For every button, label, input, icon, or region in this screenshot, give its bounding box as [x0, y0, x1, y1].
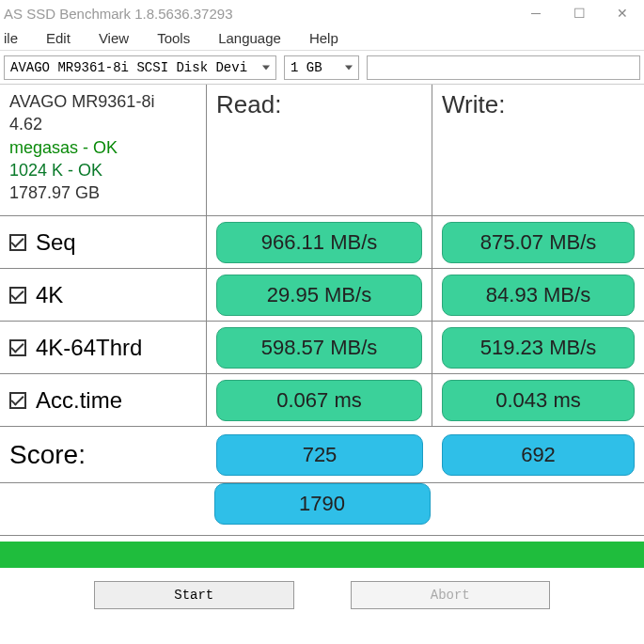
- acc-label: Acc.time: [36, 387, 122, 414]
- 4k-read-value: 29.95 MB/s: [216, 275, 422, 316]
- write-header: Write:: [432, 85, 644, 215]
- device-select-value: AVAGO MR9361-8i SCSI Disk Devi: [10, 60, 247, 75]
- button-bar: Start Abort: [0, 581, 644, 609]
- acc-row: Acc.time 0.067 ms 0.043 ms: [0, 374, 644, 427]
- window-title: AS SSD Benchmark 1.8.5636.37293: [4, 6, 233, 22]
- size-select[interactable]: 1 GB: [284, 55, 359, 80]
- alignment-status: 1024 K - OK: [9, 159, 102, 181]
- 4k64-write-value: 519.23 MB/s: [442, 327, 635, 369]
- total-row: 1790: [0, 483, 644, 536]
- driver-status: megasas - OK: [9, 136, 118, 159]
- 4k-write-value: 84.93 MB/s: [442, 275, 635, 316]
- seq-write-value: 875.07 MB/s: [442, 222, 635, 263]
- header-row: AVAGO MR9361-8i 4.62 megasas - OK 1024 K…: [0, 85, 644, 216]
- toolbar: AVAGO MR9361-8i SCSI Disk Devi 1 GB: [0, 51, 644, 85]
- seq-read-value: 966.11 MB/s: [216, 222, 422, 263]
- start-button[interactable]: Start: [94, 581, 294, 609]
- menu-file[interactable]: ile: [4, 30, 18, 46]
- score-label: Score:: [0, 427, 207, 482]
- device-info: AVAGO MR9361-8i 4.62 megasas - OK 1024 K…: [0, 85, 207, 215]
- results-grid: AVAGO MR9361-8i 4.62 megasas - OK 1024 K…: [0, 85, 644, 536]
- device-name: AVAGO MR9361-8i: [9, 90, 154, 113]
- acc-checkbox[interactable]: [9, 392, 26, 409]
- device-capacity: 1787.97 GB: [9, 181, 100, 204]
- 4k64-checkbox[interactable]: [9, 339, 26, 356]
- menu-language[interactable]: Language: [218, 30, 281, 46]
- score-total-value: 1790: [214, 483, 431, 525]
- seq-row: Seq 966.11 MB/s 875.07 MB/s: [0, 216, 644, 269]
- seq-label: Seq: [36, 229, 76, 256]
- 4k-label: 4K: [36, 282, 63, 308]
- menu-view[interactable]: View: [99, 30, 129, 46]
- score-row: Score: 725 692: [0, 427, 644, 483]
- toolbar-textbox[interactable]: [367, 55, 640, 80]
- menu-edit[interactable]: Edit: [46, 30, 71, 46]
- progress-bar: [0, 542, 644, 568]
- 4k-checkbox[interactable]: [9, 287, 26, 304]
- menubar: ile Edit View Tools Language Help: [0, 26, 644, 51]
- device-select[interactable]: AVAGO MR9361-8i SCSI Disk Devi: [4, 55, 276, 80]
- 4k64-read-value: 598.57 MB/s: [216, 327, 422, 369]
- 4k-row: 4K 29.95 MB/s 84.93 MB/s: [0, 269, 644, 322]
- close-button[interactable]: ✕: [601, 0, 644, 26]
- size-select-value: 1 GB: [291, 60, 322, 75]
- score-read-value: 725: [216, 434, 423, 476]
- seq-checkbox[interactable]: [9, 234, 26, 251]
- acc-read-value: 0.067 ms: [216, 380, 422, 421]
- score-write-value: 692: [442, 434, 635, 476]
- read-header: Read:: [207, 85, 432, 215]
- menu-help[interactable]: Help: [309, 30, 338, 46]
- minimize-button[interactable]: ─: [514, 0, 558, 26]
- acc-write-value: 0.043 ms: [442, 380, 635, 421]
- abort-button: Abort: [351, 581, 551, 609]
- menu-tools[interactable]: Tools: [157, 30, 190, 46]
- device-version: 4.62: [9, 113, 42, 135]
- 4k64-row: 4K-64Thrd 598.57 MB/s 519.23 MB/s: [0, 322, 644, 374]
- 4k64-label: 4K-64Thrd: [36, 335, 142, 361]
- titlebar: AS SSD Benchmark 1.8.5636.37293 ─ ☐ ✕: [0, 0, 644, 26]
- maximize-button[interactable]: ☐: [558, 0, 601, 26]
